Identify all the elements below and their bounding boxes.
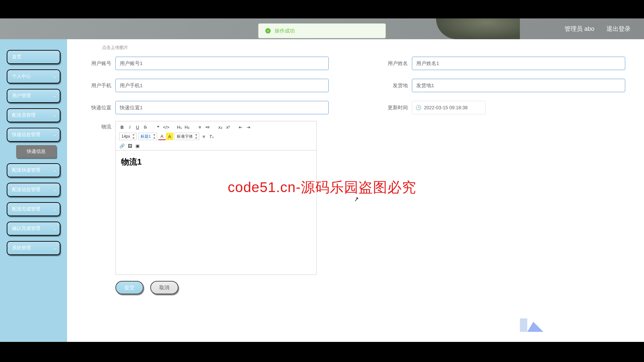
sidebar-item-system[interactable]: 系统管理 ⌄ [7, 241, 60, 255]
font-size-select[interactable]: 14px [119, 133, 137, 140]
admin-label: 管理员 abo [565, 25, 594, 33]
sidebar-item-label: 快递信息管理 [12, 132, 40, 137]
sidebar-item-delivery-info[interactable]: 配送信息管理 ⌄ [7, 183, 60, 197]
label-ship-from: 发货地 [382, 82, 408, 89]
user-account-input[interactable] [115, 57, 329, 70]
rich-text-editor[interactable]: B I U S ❝ </> H₁ H₂ ≡ •≡ x₂ x² [115, 121, 317, 275]
update-time-value: 2022-03-15 09:18:38 [424, 105, 468, 110]
h1-button[interactable]: H₁ [176, 123, 183, 131]
video-button[interactable]: ▣ [134, 142, 141, 149]
clear-format-button[interactable]: Tₓ [208, 133, 215, 140]
italic-button[interactable]: I [126, 123, 133, 131]
underline-button[interactable]: U [134, 123, 141, 131]
chevron-down-icon: ⌄ [53, 113, 56, 118]
indent-button[interactable]: ⇥ [245, 123, 252, 131]
editor-toolbar: B I U S ❝ </> H₁ H₂ ≡ •≡ x₂ x² [116, 121, 316, 150]
user-phone-input[interactable] [115, 79, 329, 92]
quote-button[interactable]: ❝ [154, 123, 162, 131]
label-logistics: 物流 [86, 121, 111, 275]
sidebar-item-label: 用户管理 [12, 93, 31, 98]
chevron-down-icon: ⌄ [53, 226, 56, 231]
unordered-list-button[interactable]: •≡ [204, 123, 211, 131]
bg-color-button[interactable]: A [166, 133, 173, 140]
toast-message: 操作成功 [275, 28, 295, 34]
sidebar-item-label: 个人中心 [12, 73, 31, 79]
code-button[interactable]: </> [162, 123, 170, 131]
header-decoration [436, 18, 520, 39]
h2-button[interactable]: H₂ [183, 123, 191, 131]
submit-button[interactable]: 提交 [115, 281, 144, 294]
sidebar-item-delivery-express[interactable]: 配送快递管理 ⌄ [7, 163, 60, 177]
image-button[interactable]: 🖼 [126, 142, 133, 149]
font-family-select[interactable]: 标准字体 [174, 133, 199, 140]
sidebar: 首页 个人中心 ⌄ 用户管理 ⌄ 配送员管理 ⌄ 快递信息管理 ⌄ 快递信息 配… [0, 39, 67, 342]
corner-logo [520, 315, 543, 332]
clock-icon: 🕒 [416, 105, 421, 110]
sidebar-subitem-express[interactable]: 快递信息 [16, 145, 56, 158]
label-user-account: 用户账号 [86, 60, 111, 67]
user-name-input[interactable] [412, 57, 625, 70]
subscript-button[interactable]: x₂ [217, 123, 224, 131]
chevron-down-icon: ⌄ [53, 74, 56, 79]
ship-from-input[interactable] [412, 79, 625, 92]
chevron-down-icon: ⌄ [53, 187, 56, 192]
sidebar-item-label: 首页 [12, 54, 21, 59]
chevron-down-icon: ⌄ [53, 207, 56, 212]
chevron-down-icon: ⌄ [53, 246, 56, 250]
label-user-phone: 用户手机 [86, 82, 111, 89]
heading-select[interactable]: 标题1 [138, 133, 157, 140]
label-update-time: 更新时间 [382, 105, 408, 111]
sidebar-item-label: 确认完成管理 [12, 226, 40, 231]
sidebar-item-home[interactable]: 首页 [7, 50, 60, 64]
text-color-button[interactable]: A [158, 133, 166, 140]
sidebar-item-profile[interactable]: 个人中心 ⌄ [7, 69, 60, 83]
check-icon: ✓ [265, 28, 271, 34]
sidebar-item-delivery-done[interactable]: 配送完成管理 ⌄ [7, 202, 60, 216]
sidebar-item-label: 系统管理 [12, 245, 31, 250]
logout-link[interactable]: 退出登录 [606, 25, 631, 33]
outdent-button[interactable]: ⇤ [237, 123, 245, 131]
main-content: 点击上传图片 用户账号 用户姓名 用户手机 发货地 快递位置 [67, 39, 644, 342]
bold-button[interactable]: B [118, 123, 126, 131]
link-button[interactable]: 🔗 [118, 142, 126, 149]
sidebar-item-confirm-done[interactable]: 确认完成管理 ⌄ [7, 222, 60, 236]
chevron-down-icon: ⌄ [53, 168, 56, 173]
chevron-down-icon: ⌄ [53, 132, 56, 137]
align-button[interactable]: ≡ [200, 133, 208, 140]
update-time-picker[interactable]: 🕒 2022-03-15 09:18:38 [412, 101, 486, 114]
success-toast: ✓ 操作成功 [258, 23, 386, 38]
editor-body[interactable]: 物流1 [116, 150, 316, 275]
label-express-pos: 快递位置 [86, 105, 111, 111]
sidebar-item-express-info[interactable]: 快递信息管理 ⌄ [7, 128, 60, 142]
label-user-name: 用户姓名 [382, 60, 408, 67]
superscript-button[interactable]: x² [224, 123, 232, 131]
sidebar-item-label: 配送信息管理 [12, 187, 40, 192]
sidebar-item-label: 配送完成管理 [12, 206, 40, 212]
ordered-list-button[interactable]: ≡ [196, 123, 204, 131]
sidebar-item-label: 配送员管理 [12, 112, 36, 118]
chevron-down-icon: ⌄ [53, 94, 56, 98]
sidebar-item-courier[interactable]: 配送员管理 ⌄ [7, 108, 60, 122]
sidebar-item-label: 配送快递管理 [12, 167, 40, 173]
sidebar-item-users[interactable]: 用户管理 ⌄ [7, 89, 60, 103]
express-pos-input[interactable] [115, 101, 329, 114]
strike-button[interactable]: S [142, 123, 149, 131]
cancel-button[interactable]: 取消 [150, 281, 178, 294]
upload-hint[interactable]: 点击上传图片 [102, 45, 625, 51]
